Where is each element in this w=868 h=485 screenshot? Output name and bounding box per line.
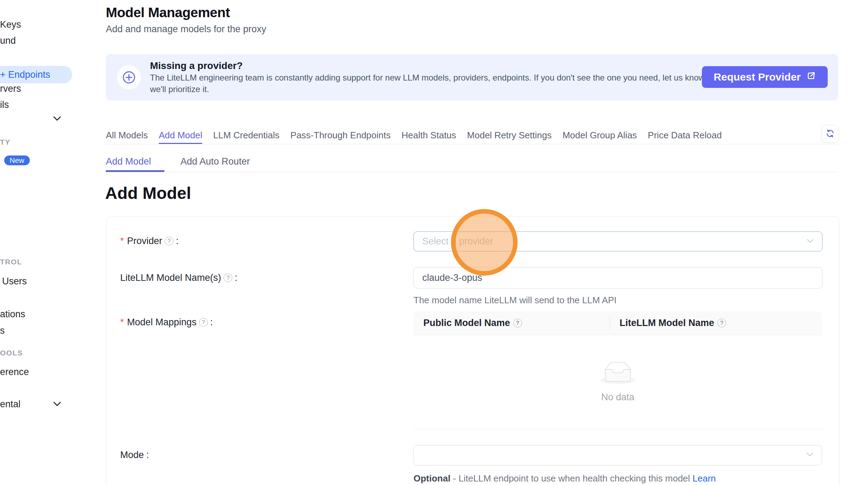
sidebar-item-virtual-keys[interactable]: Keys — [0, 19, 21, 30]
required-asterisk: * — [120, 236, 124, 247]
label-colon: : — [176, 236, 179, 247]
model-name-label-text: LiteLLM Model Name(s) — [120, 272, 221, 283]
provider-label: * Provider ? : — [120, 236, 179, 247]
model-mappings-empty-state: No data — [414, 335, 822, 429]
tab-price-data-reload[interactable]: Price Data Reload — [648, 127, 722, 144]
request-provider-label: Request Provider — [714, 71, 801, 83]
column-header-litellm-model-name: LiteLLM Model Name ? — [610, 318, 726, 328]
plus-circle-icon — [117, 65, 141, 89]
sidebar-section-label: TROL — [0, 258, 22, 266]
sidebar-item-guardrails[interactable]: ils — [0, 99, 9, 110]
help-question-icon[interactable]: ? — [513, 319, 522, 327]
chevron-down-icon — [806, 452, 813, 458]
tab-model-group-alias[interactable]: Model Group Alias — [562, 127, 637, 144]
tab-health-status[interactable]: Health Status — [402, 127, 456, 144]
no-data-text: No data — [601, 392, 635, 403]
help-question-icon[interactable]: ? — [165, 237, 173, 245]
new-badge: New — [4, 155, 30, 165]
model-mappings-table: Public Model Name ? LiteLLM Model Name ? — [414, 311, 822, 429]
subtab-add-model[interactable]: Add Model — [106, 153, 164, 172]
model-hub-tabs: All Models Add Model LLM Credentials Pas… — [106, 127, 838, 144]
model-mappings-label-text: Model Mappings — [127, 317, 197, 328]
subtab-add-auto-router[interactable]: Add Auto Router — [180, 153, 250, 172]
provider-select-placeholder: Select a provider — [422, 236, 493, 247]
add-model-heading: Add Model — [105, 183, 191, 203]
missing-provider-banner: Missing a provider? The LiteLLM engineer… — [106, 54, 838, 101]
chevron-down-icon[interactable] — [53, 402, 61, 407]
mode-select[interactable] — [414, 445, 822, 465]
sidebar-section-label: OOLS — [0, 349, 23, 357]
refresh-button[interactable] — [821, 125, 839, 143]
help-question-icon[interactable]: ? — [224, 273, 232, 282]
mode-help-body: - LiteLLM endpoint to use when health ch… — [450, 473, 692, 484]
add-model-subtabs: Add Model Add Auto Router — [106, 153, 838, 172]
learn-more-link[interactable]: Learn — [692, 473, 716, 484]
model-mappings-label: * Model Mappings ? : — [120, 317, 213, 328]
help-question-icon[interactable]: ? — [717, 319, 726, 327]
model-mappings-table-header: Public Model Name ? LiteLLM Model Name ? — [414, 311, 822, 335]
page-header: Model Management Add and manage models f… — [106, 5, 266, 35]
mode-label-text: Mode — [120, 450, 144, 460]
mode-help-text: Optional - LiteLLM endpoint to use when … — [414, 473, 716, 484]
page-title: Model Management — [106, 5, 266, 20]
sidebar-item-internal-users[interactable]: Users — [2, 276, 27, 287]
chevron-down-icon — [807, 238, 814, 245]
mode-label: Mode : — [120, 450, 149, 460]
mode-help-optional: Optional — [414, 473, 450, 484]
refresh-icon — [826, 129, 835, 139]
label-colon: : — [146, 450, 149, 460]
label-colon: : — [210, 317, 213, 328]
model-name-label: LiteLLM Model Name(s) ? : — [120, 272, 238, 283]
help-question-icon[interactable]: ? — [199, 318, 208, 327]
tab-llm-credentials[interactable]: LLM Credentials — [213, 127, 279, 144]
sidebar-item-teams[interactable]: s — [0, 325, 5, 336]
add-model-form-card: * Provider ? : Select a provider LiteLLM… — [106, 216, 839, 485]
model-name-help-text: The model name LiteLLM will send to the … — [414, 295, 617, 306]
label-colon: : — [235, 272, 238, 283]
litellm-model-name-header-text: LiteLLM Model Name — [620, 318, 714, 328]
tab-all-models[interactable]: All Models — [106, 127, 148, 144]
sidebar-item-playground[interactable]: und — [0, 35, 16, 46]
sidebar-item-models-endpoints[interactable]: + Endpoints — [0, 66, 72, 83]
banner-title: Missing a provider? — [150, 60, 721, 71]
request-provider-button[interactable]: Request Provider — [702, 66, 828, 88]
model-name-input[interactable] — [414, 267, 822, 289]
sidebar-item-experimental[interactable]: ental — [0, 399, 21, 410]
model-management-page: Keys und + Endpoints rvers ils TY New TR… — [0, 0, 868, 485]
provider-label-text: Provider — [127, 236, 163, 247]
empty-inbox-icon — [600, 362, 635, 386]
external-link-icon — [806, 71, 816, 83]
tab-pass-through-endpoints[interactable]: Pass-Through Endpoints — [291, 127, 391, 144]
sidebar-item-inference[interactable]: erence — [0, 367, 29, 377]
banner-body-line2: we'll prioritize it. — [150, 84, 721, 95]
required-asterisk: * — [120, 317, 124, 328]
page-subtitle: Add and manage models for the proxy — [106, 24, 266, 35]
sidebar-item-mcp-servers[interactable]: rvers — [0, 83, 21, 94]
column-divider — [610, 316, 610, 330]
chevron-down-icon[interactable] — [53, 116, 61, 121]
tab-add-model[interactable]: Add Model — [159, 127, 202, 144]
column-header-public-model-name: Public Model Name ? — [414, 318, 610, 328]
banner-body-line1: The LiteLLM engineering team is constant… — [150, 72, 721, 83]
provider-select[interactable]: Select a provider — [414, 231, 822, 251]
sidebar-item-organizations[interactable]: ations — [0, 309, 25, 320]
public-model-name-header-text: Public Model Name — [423, 318, 510, 328]
sidebar-section-label: TY — [0, 138, 11, 146]
tab-model-retry-settings[interactable]: Model Retry Settings — [467, 127, 552, 144]
